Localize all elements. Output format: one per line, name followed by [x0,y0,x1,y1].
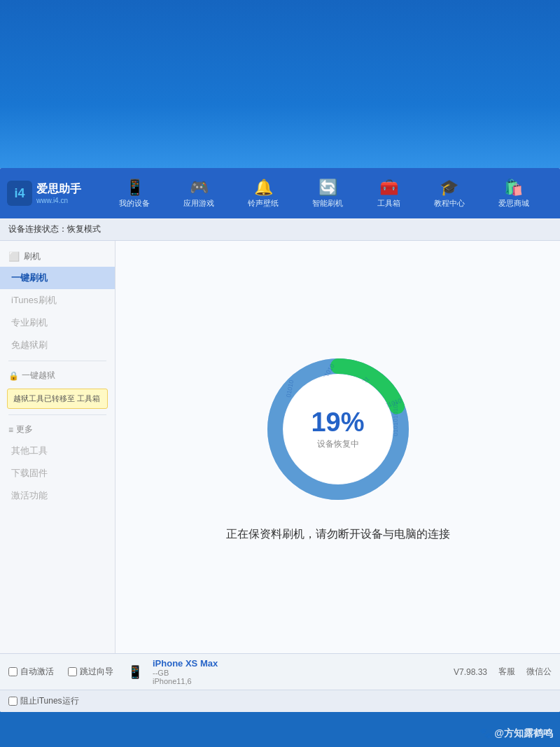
apps-games-icon: 🎮 [190,179,209,197]
toolbox-icon: 🧰 [379,179,398,197]
nav-item-tutorial[interactable]: 🎓 教程中心 [427,174,472,213]
sidebar-jailbreak-section: 🔒 一键越狱 [0,365,115,386]
nav-item-smart-flash[interactable]: 🔄 智能刷机 [305,174,350,213]
tooltip-text: 越狱工具已转移至 工具箱 [13,394,100,403]
apps-games-label: 应用游戏 [183,198,214,209]
tutorial-label: 教程中心 [434,198,465,209]
sidebar-divider-2 [8,414,106,415]
device-storage: --GB [153,669,218,677]
smart-flash-label: 智能刷机 [312,198,343,209]
main-content: ⬜ 刷机 一键刷机 iTunes刷机 专业刷机 免越狱刷 🔒 一键越狱 越狱工具 [0,241,560,653]
device-info: iPhone XS Max --GB iPhone11,6 [153,658,218,685]
nav-item-apps-games[interactable]: 🎮 应用游戏 [176,174,221,213]
skip-guide-checkbox[interactable]: 跳过向导 [68,666,113,678]
sidebar-item-pro-flash[interactable]: 专业刷机 [0,312,115,334]
customer-service-link[interactable]: 客服 [498,666,515,678]
self-flash-label: 免越狱刷 [11,340,48,350]
circle-inner: 19% 设备恢复中 [284,375,392,484]
sidebar-divider-1 [8,361,106,361]
toolbox-label: 工具箱 [377,198,400,209]
watermark: 🐾 @方知露鹤鸣 [479,727,553,740]
content-area: 01010 101010 0101 01010 0101010101 19% 设… [115,241,560,653]
jailbreak-label: 一键越狱 [22,370,55,382]
ringtones-label: 铃声壁纸 [248,198,279,209]
sidebar-flash-header: ⬜ 刷机 [0,246,115,267]
progress-container: 01010 101010 0101 01010 0101010101 19% 设… [261,352,415,506]
nav-logo[interactable]: i4 爱思助手 www.i4.cn [7,181,81,206]
progress-circle-wrapper: 01010 101010 0101 01010 0101010101 19% 设… [261,352,415,506]
flash-section-label: 刷机 [24,251,41,263]
device-phone-icon: 📱 [127,664,143,680]
itunes-checkbox-input[interactable] [8,697,18,706]
sidebar-item-one-click-flash[interactable]: 一键刷机 [0,267,115,289]
version-text: V7.98.33 [454,667,487,677]
wechat-link[interactable]: 微信公 [526,666,552,678]
more-section-icon: ≡ [8,425,13,435]
sidebar-item-other-tools[interactable]: 其他工具 [0,440,115,462]
device-name: iPhone XS Max [153,658,218,669]
my-device-icon: 📱 [125,179,144,197]
auto-activate-input[interactable] [8,667,18,676]
nav-item-my-device[interactable]: 📱 我的设备 [112,174,157,213]
sidebar-item-downloads[interactable]: 下载固件 [0,462,115,484]
nav-item-ringtones[interactable]: 🔔 铃声壁纸 [241,174,286,213]
sidebar-tooltip: 越狱工具已转移至 工具箱 [7,389,108,409]
itunes-checkbox[interactable]: 阻止iTunes运行 [8,695,79,707]
my-device-label: 我的设备 [119,198,150,209]
skip-guide-label: 跳过向导 [80,666,113,678]
lock-icon: 🔒 [8,371,19,381]
smart-flash-icon: 🔄 [318,179,337,197]
sidebar-item-itunes-flash[interactable]: iTunes刷机 [0,289,115,312]
one-click-flash-label: 一键刷机 [11,272,48,283]
skip-guide-input[interactable] [68,667,77,676]
auto-activate-label: 自动激活 [20,666,54,678]
tutorial-icon: 🎓 [440,179,458,197]
activation-label: 激活功能 [11,490,48,501]
bottom-right: V7.98.33 客服 微信公 [454,666,552,678]
nav-item-store[interactable]: 🛍️ 爱思商城 [491,174,536,213]
device-row: 📱 iPhone XS Max --GB iPhone11,6 [127,658,218,685]
status-message: 正在保资料刷机，请勿断开设备与电脑的连接 [226,527,450,542]
nav-item-toolbox[interactable]: 🧰 工具箱 [370,174,407,213]
sidebar-item-self-flash[interactable]: 免越狱刷 [0,334,115,356]
pro-flash-label: 专业刷机 [11,317,48,328]
ringtones-icon: 🔔 [254,179,273,197]
nav-items: 📱 我的设备 🎮 应用游戏 🔔 铃声壁纸 🔄 智能刷机 🧰 工具箱 🎓 [95,174,553,213]
logo-url: www.i4.cn [36,197,81,204]
other-tools-label: 其他工具 [11,445,48,456]
logo-text: 爱思助手 www.i4.cn [36,182,81,204]
sub-header: 设备连接状态：恢复模式 [0,218,560,241]
app-window: i4 爱思助手 www.i4.cn 📱 我的设备 🎮 应用游戏 🔔 铃声壁纸 🔄… [0,168,560,712]
flash-section-icon: ⬜ [8,251,20,262]
connection-status: 设备连接状态：恢复模式 [8,223,101,235]
store-label: 爱思商城 [498,198,529,209]
sidebar-item-activation[interactable]: 激活功能 [0,484,115,507]
itunes-label: 阻止iTunes运行 [20,695,79,707]
store-icon: 🛍️ [504,179,523,197]
progress-label: 设备恢复中 [317,438,359,450]
logo-name: 爱思助手 [36,182,81,197]
auto-activate-checkbox[interactable]: 自动激活 [8,666,54,678]
progress-percent: 19% [311,409,364,435]
sidebar-more-section: ≡ 更多 [0,419,115,440]
more-label: 更多 [16,424,33,435]
bottom-itunes-bar: 阻止iTunes运行 [0,690,560,712]
device-model: iPhone11,6 [153,677,218,685]
itunes-flash-label: iTunes刷机 [11,295,57,305]
nav-bar: i4 爱思助手 www.i4.cn 📱 我的设备 🎮 应用游戏 🔔 铃声壁纸 🔄… [0,168,560,218]
downloads-label: 下载固件 [11,468,48,478]
logo-icon: i4 [7,181,32,206]
sidebar: ⬜ 刷机 一键刷机 iTunes刷机 专业刷机 免越狱刷 🔒 一键越狱 越狱工具 [0,241,115,653]
bottom-device-bar: 自动激活 跳过向导 📱 iPhone XS Max --GB iPhone11,… [0,653,560,690]
svg-text:0101010101: 0101010101 [392,401,399,436]
